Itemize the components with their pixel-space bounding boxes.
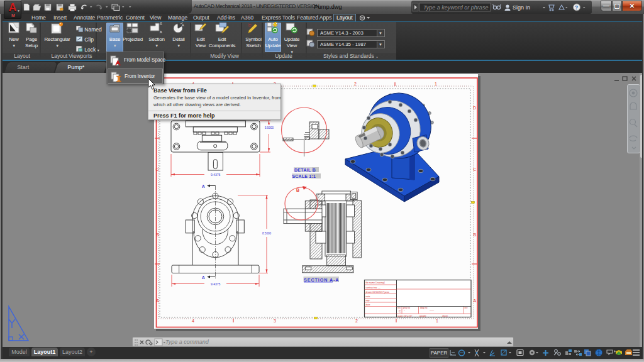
svg-text:date: date	[366, 304, 370, 306]
svg-text:A: A	[156, 299, 159, 303]
svg-text:3: 3	[274, 319, 276, 323]
svg-text:B: B	[474, 233, 477, 237]
svg-text:C: C	[399, 309, 401, 313]
svg-text:A: A	[202, 275, 205, 280]
svg-text:A: A	[474, 299, 477, 303]
svg-text:5.5000: 5.5000	[265, 126, 274, 129]
svg-text:4: 4	[192, 319, 194, 323]
svg-text:2: 2	[354, 82, 357, 86]
svg-text:1: 1	[435, 82, 437, 86]
svg-text:9.4375: 9.4375	[211, 173, 221, 177]
svg-text:B: B	[296, 188, 299, 192]
svg-text:2: 2	[355, 319, 358, 323]
svg-text:C: C	[473, 167, 476, 172]
svg-text:9.4375: 9.4375	[211, 282, 221, 286]
svg-text:SCALE 1:1: SCALE 1:1	[292, 174, 316, 178]
svg-text:A: A	[182, 23, 184, 27]
svg-text:weight: weight	[419, 315, 426, 317]
svg-text:file name Drawing1: file name Drawing1	[366, 282, 386, 284]
svg-text:?: ?	[575, 4, 578, 11]
svg-text:A: A	[160, 30, 162, 34]
svg-text:SECTION A-A: SECTION A-A	[304, 277, 339, 283]
svg-text:note: note	[366, 295, 370, 298]
svg-text:A: A	[160, 22, 162, 26]
svg-text:dwg no: dwg no	[420, 307, 428, 309]
svg-text:app.: app.	[366, 299, 370, 302]
svg-text:~: ~	[404, 310, 405, 312]
svg-text:B: B	[156, 233, 159, 237]
svg-text:A: A	[202, 184, 205, 189]
svg-text:rev: rev	[465, 307, 468, 309]
svg-text:C: C	[156, 167, 159, 172]
svg-text:Sign In: Sign In	[513, 4, 530, 11]
svg-text:DETAIL B: DETAIL B	[294, 168, 316, 172]
svg-text:sheet: sheet	[442, 315, 448, 317]
svg-text:proj no: proj no	[403, 307, 410, 309]
svg-text:Type a keyword or phrase: Type a keyword or phrase	[423, 4, 488, 11]
svg-text:8.5000: 8.5000	[262, 232, 271, 235]
svg-text:drawn 01/10/2017 jwoo: drawn 01/10/2017 jwoo	[366, 291, 389, 293]
svg-text:——: ——	[430, 309, 435, 312]
svg-text:contract no. —: contract no. —	[366, 287, 381, 289]
svg-text:D: D	[473, 106, 476, 110]
svg-text:1: 1	[436, 319, 438, 323]
svg-text:scale 1'0"=1'0": scale 1'0"=1'0"	[397, 315, 413, 317]
